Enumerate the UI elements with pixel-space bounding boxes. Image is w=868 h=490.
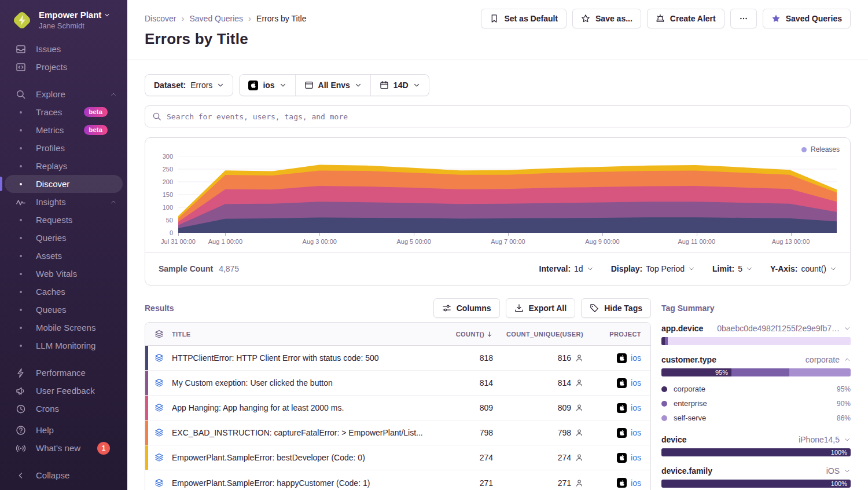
column-header-title[interactable]: TITLE [172,331,447,338]
sidebar-item-performance[interactable]: Performance [5,364,123,382]
apple-icon [617,478,627,488]
project-link[interactable]: ios [631,453,641,462]
tag-distribution-bar[interactable] [661,337,851,345]
table-row[interactable]: HTTPClientError: HTTP Client Error with … [145,346,650,371]
columns-button[interactable]: Columns [433,298,500,318]
chart-legend[interactable]: Releases [801,145,840,153]
interval-selector[interactable]: Interval:1d [539,264,594,273]
sidebar-item-assets[interactable]: Assets [5,247,123,265]
breadcrumb-discover[interactable]: Discover [145,14,176,23]
export-all-button[interactable]: Export All [506,298,576,318]
column-header-count[interactable]: COUNT() [447,331,493,338]
sidebar-item-explore[interactable]: Explore [5,85,123,103]
table-row[interactable]: EXC_BAD_INSTRUCTION: captureFatalError: … [145,420,650,445]
tag-top-value-toggle[interactable]: iPhone14,5 [799,435,851,444]
project-link[interactable]: ios [631,428,641,437]
tag-key: app.device [661,324,703,333]
tag-distribution-bar[interactable]: 100% [661,448,851,456]
error-title-link[interactable]: App Hanging: App hanging for at least 20… [172,403,447,412]
bullet-icon [20,327,22,329]
table-row[interactable]: EmpowerPlant.SampleError: happyCustomer … [145,470,650,490]
save-as-button[interactable]: Save as... [572,9,641,28]
date-range-filter[interactable]: 14D [370,75,429,96]
sidebar-item-insights[interactable]: Insights [5,193,123,211]
saved-queries-button[interactable]: Saved Queries [763,9,851,28]
x-axis-tick-mark [319,233,320,236]
control-value: 1d [574,264,583,273]
tag-top-value-toggle[interactable]: 0baebc0de4982f1255f2e9e9fb7… [717,324,851,333]
tag-value-row[interactable]: corporate95% [661,382,851,396]
project-link[interactable]: ios [631,353,641,363]
sidebar-item-metrics[interactable]: Metricsbeta [5,121,123,139]
sidebar-item-label: What's new [36,443,80,453]
sidebar-item-caches[interactable]: Caches [5,283,123,301]
create-alert-button[interactable]: Create Alert [647,9,724,28]
date-range-value: 14D [393,81,409,90]
tag-distribution-bar[interactable]: 100% [661,480,851,488]
error-title-link[interactable]: HTTPClientError: HTTP Client Error with … [172,353,447,363]
sidebar-item-llm-monitoring[interactable]: LLM Monitoring [5,337,123,354]
table-row[interactable]: My Custom exeption: User clicked the but… [145,371,650,396]
sidebar-item-traces[interactable]: Tracesbeta [5,103,123,121]
sidebar-item-label: Queries [36,233,67,243]
yaxis-selector[interactable]: Y-Axis:count() [770,264,837,273]
chevron-down-icon [688,265,695,272]
sidebar-item-queries[interactable]: Queries [5,229,123,247]
error-title-link[interactable]: EmpowerPlant.SampleError: happyCustomer … [172,478,447,488]
tag-distribution-bar[interactable]: 95% [661,368,851,376]
table-row[interactable]: App Hanging: App hanging for at least 20… [145,396,650,420]
limit-selector[interactable]: Limit:5 [712,264,753,273]
page-header: Discover › Saved Queries › Errors by Tit… [127,0,868,60]
set-as-default-button[interactable]: Set as Default [481,9,567,28]
tag-value-row[interactable]: self-serve86% [661,411,851,425]
chart-footer: Sample Count 4,875 Interval:1dDisplay:To… [145,252,850,285]
sidebar-item-mobile-screens[interactable]: Mobile Screens [5,319,123,337]
sidebar-item-crons[interactable]: Crons [5,400,123,418]
sidebar-item-user-feedback[interactable]: User Feedback [5,382,123,400]
column-header-project[interactable]: PROJECT [583,331,641,338]
environment-filter[interactable]: All Envs [295,75,370,96]
dataset-selector[interactable]: Dataset: Errors [145,74,233,96]
breadcrumb-saved-queries[interactable]: Saved Queries [189,14,243,23]
releases-legend-dot-icon [801,147,807,152]
project-link[interactable]: ios [631,378,641,387]
error-title-link[interactable]: My Custom exeption: User clicked the but… [172,378,447,387]
count-unique-value: 814 [558,378,571,387]
sidebar-item-replays[interactable]: Replays [5,157,123,175]
hide-tags-button[interactable]: Hide Tags [581,298,651,318]
stacked-area-chart[interactable] [178,156,837,233]
user-icon [575,479,583,487]
display-selector[interactable]: Display:Top Period [611,264,695,273]
project-filter[interactable]: ios [240,75,295,96]
sidebar-item-label: Mobile Screens [36,323,95,332]
error-title-link[interactable]: EXC_BAD_INSTRUCTION: captureFatalError: … [172,428,447,437]
sidebar-item-whats-new[interactable]: What's new1 [5,439,123,457]
sidebar-item-requests[interactable]: Requests [5,211,123,229]
tag-value-row[interactable]: enterprise90% [661,396,851,411]
tag-top-value-toggle[interactable]: iOS [826,466,851,476]
org-name: Empower Plant [39,10,101,20]
tag-top-value-toggle[interactable]: corporate [806,355,851,364]
org-header[interactable]: Empower Plant Jane Schmidt [0,0,127,38]
series-color-bar [145,371,148,395]
notification-badge: 1 [97,442,110,455]
error-title-link[interactable]: EmpowerPlant.SampleError: bestDeveloper … [172,453,447,462]
table-row[interactable]: EmpowerPlant.SampleError: bestDeveloper … [145,445,650,470]
sidebar-item-issues[interactable]: Issues [5,40,123,58]
search-input[interactable] [167,112,843,121]
y-axis-tick-label: 300 [150,153,173,160]
sidebar-item-web-vitals[interactable]: Web Vitals [5,265,123,283]
project-link[interactable]: ios [631,403,641,412]
bullet-icon [20,219,22,221]
more-options-button[interactable] [730,9,757,28]
sidebar-collapse-button[interactable]: Collapse [5,466,123,484]
control-value: 5 [738,264,742,273]
column-header-count-unique[interactable]: COUNT_UNIQUE(USER) [493,331,583,338]
sidebar-item-profiles[interactable]: Profiles [5,139,123,157]
sidebar-item-projects[interactable]: Projects [5,58,123,76]
sidebar-item-help[interactable]: Help [5,421,123,439]
sidebar-item-queues[interactable]: Queues [5,301,123,319]
tag-value: iPhone14,5 [799,435,840,444]
project-link[interactable]: ios [631,478,641,488]
sidebar-item-discover[interactable]: Discover [5,175,123,193]
